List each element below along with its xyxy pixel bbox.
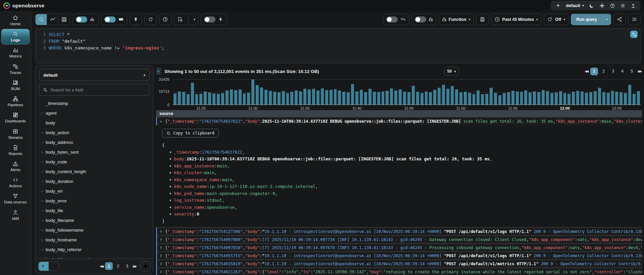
page-button-2[interactable]: 2 xyxy=(600,68,607,75)
chevron-right-icon[interactable] xyxy=(159,262,163,266)
chevron-down-icon[interactable]: ▼ xyxy=(169,211,171,218)
more-menu-button[interactable] xyxy=(628,14,641,25)
histogram-bar[interactable] xyxy=(178,91,181,105)
chevron-down-icon[interactable]: ▼ xyxy=(169,169,171,176)
histogram-bar[interactable] xyxy=(498,95,501,105)
histogram-bar[interactable] xyxy=(247,93,250,105)
chevron-down-icon[interactable] xyxy=(39,150,46,154)
histogram-toggle[interactable] xyxy=(76,16,87,23)
histogram-bar[interactable] xyxy=(338,90,341,105)
histogram-bar[interactable] xyxy=(282,91,285,105)
histogram-bar[interactable] xyxy=(325,90,328,105)
histogram-bar[interactable] xyxy=(303,89,306,105)
editor-expand-button[interactable] xyxy=(630,31,638,38)
histogram-bar[interactable] xyxy=(360,90,363,105)
histogram-bar[interactable] xyxy=(581,91,584,105)
histogram-bar[interactable] xyxy=(382,91,385,105)
histogram-bar[interactable] xyxy=(533,91,536,105)
time-range-dropdown[interactable]: Past 45 Minutes ▾ xyxy=(491,14,542,25)
run-query-dropdown[interactable]: ▾ xyxy=(602,14,611,25)
slack-icon[interactable] xyxy=(599,3,605,8)
interesting-fields-toggle-box[interactable] xyxy=(383,14,409,25)
histogram-bar[interactable] xyxy=(503,93,506,105)
histogram-bar[interactable] xyxy=(264,90,267,105)
log-table-row[interactable]: {"_timestamp":"1762756754021267","body":… xyxy=(156,268,642,275)
search-mode-button[interactable] xyxy=(36,14,47,25)
help-icon[interactable] xyxy=(610,3,615,8)
histogram-bar[interactable] xyxy=(278,92,281,105)
field-item[interactable]: body_hostname xyxy=(36,235,153,245)
sql-mode-toggle-box[interactable]: SQL xyxy=(101,14,127,25)
page-button-5[interactable]: 5 xyxy=(628,68,636,75)
histogram-bar[interactable] xyxy=(485,94,488,105)
histogram-bar[interactable] xyxy=(459,92,462,105)
chevron-down-icon[interactable] xyxy=(39,131,46,135)
histogram-bar[interactable] xyxy=(464,92,467,105)
histogram-bar[interactable] xyxy=(494,93,497,105)
chevron-down-icon[interactable] xyxy=(39,160,46,164)
patterns-mode-button[interactable] xyxy=(47,14,58,25)
histogram-bar[interactable] xyxy=(585,93,588,105)
histogram-bar[interactable] xyxy=(620,92,623,105)
histogram-bar[interactable] xyxy=(269,91,272,105)
chevron-down-icon[interactable] xyxy=(39,180,46,184)
histogram-bar[interactable] xyxy=(624,93,627,105)
sidebar-item-iam[interactable]: IAM xyxy=(1,207,30,223)
function-dropdown[interactable]: fx Function ▾ xyxy=(439,14,474,25)
quick-mode-toggle[interactable] xyxy=(204,16,215,23)
collapse-fields-button[interactable]: « xyxy=(156,68,161,75)
histogram-bar[interactable] xyxy=(230,89,233,105)
histogram-bar[interactable] xyxy=(330,90,333,105)
histogram-bar[interactable] xyxy=(490,88,493,105)
chevron-down-icon[interactable]: ▼ xyxy=(169,163,171,170)
histogram-bar[interactable] xyxy=(217,94,220,105)
page-button-2[interactable]: 2 xyxy=(114,262,122,270)
histogram-bar[interactable] xyxy=(559,91,562,105)
field-item[interactable]: body_bytes_sent xyxy=(36,147,153,157)
histogram-bar[interactable] xyxy=(611,91,614,105)
histogram-bar[interactable] xyxy=(239,89,242,105)
histogram-bar[interactable] xyxy=(273,92,276,105)
histogram-bar[interactable] xyxy=(390,88,393,105)
save-search-button[interactable] xyxy=(174,14,186,25)
sidebar-item-metrics[interactable]: Metrics xyxy=(1,45,30,61)
run-query-button[interactable]: Run query xyxy=(571,17,602,22)
pager-prev-button[interactable]: ◀◀ xyxy=(99,265,104,268)
vrl-function-toggle[interactable] xyxy=(415,16,426,23)
histogram-bar[interactable] xyxy=(420,93,424,105)
histogram-bar[interactable] xyxy=(342,92,345,105)
histogram-bar[interactable] xyxy=(433,90,436,105)
histogram-bar[interactable] xyxy=(468,93,471,105)
saved-search-dropdown[interactable]: ▾ xyxy=(191,14,198,25)
histogram-bar[interactable] xyxy=(191,83,194,105)
histogram-bar[interactable] xyxy=(412,86,415,105)
histogram-bar[interactable] xyxy=(633,94,636,105)
chevron-right-icon[interactable] xyxy=(159,238,163,241)
chevron-down-icon[interactable]: ▼ xyxy=(169,204,171,211)
histogram-bar[interactable] xyxy=(377,92,380,105)
sidebar-item-streams[interactable]: Streams xyxy=(1,126,30,142)
sidebar-item-pipelines[interactable]: Pipelines xyxy=(1,94,30,109)
chevron-right-icon[interactable] xyxy=(159,254,163,258)
interesting-fields-toggle[interactable] xyxy=(386,16,398,23)
histogram-bar[interactable] xyxy=(251,79,254,105)
histogram-bar[interactable] xyxy=(473,94,476,105)
pager-next-button[interactable]: ▶▶ xyxy=(132,265,137,268)
histogram-bar[interactable] xyxy=(368,89,371,105)
histogram-bar[interactable] xyxy=(187,94,190,105)
field-item[interactable]: _timestamp xyxy=(36,99,153,108)
page-button-1[interactable]: 1 xyxy=(105,262,113,270)
histogram-bar[interactable] xyxy=(555,92,558,105)
sidebar-item-alerts[interactable]: Alerts xyxy=(1,159,30,174)
histogram-bar[interactable] xyxy=(563,93,566,105)
histogram-bar[interactable] xyxy=(576,91,579,105)
log-table-row[interactable]: {"_timestamp":"1762756754637822","body":… xyxy=(156,117,642,125)
chevron-right-icon[interactable] xyxy=(159,246,163,249)
histogram-bar[interactable] xyxy=(208,92,211,105)
histogram-bar[interactable] xyxy=(299,91,302,105)
page-button-4[interactable]: 4 xyxy=(618,68,626,75)
histogram-bar[interactable] xyxy=(243,93,246,105)
chevron-down-icon[interactable] xyxy=(159,120,163,123)
chevron-down-icon[interactable] xyxy=(39,219,46,223)
settings-gear-icon[interactable] xyxy=(620,3,626,8)
